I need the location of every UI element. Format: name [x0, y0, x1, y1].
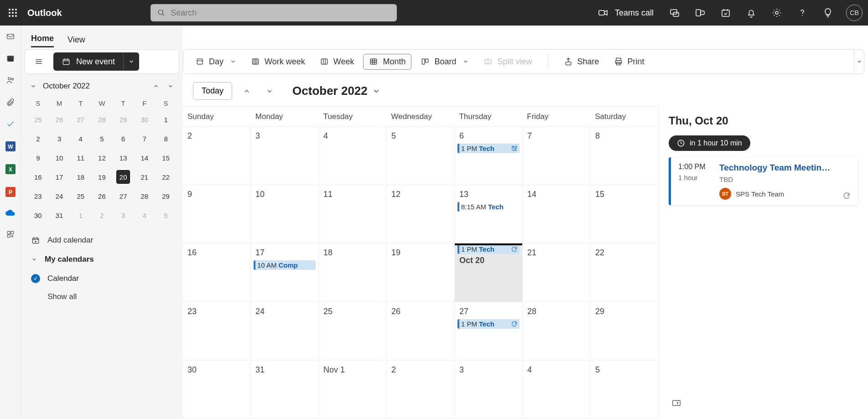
minical-day-cell[interactable]: 6 [113, 129, 134, 148]
minical-day-cell[interactable]: 20 [113, 167, 134, 186]
today-button[interactable]: Today [193, 82, 232, 100]
calendar-day-cell[interactable]: 30 [183, 361, 251, 419]
minical-day-cell[interactable]: 5 [155, 206, 177, 225]
calendar-day-cell[interactable]: 11 [319, 185, 387, 243]
minical-day-cell[interactable]: 30 [27, 206, 49, 225]
calendar-day-cell[interactable]: 4 [319, 127, 387, 185]
calendar-day-cell[interactable]: 28 [523, 302, 591, 360]
minical-day-cell[interactable]: 4 [134, 206, 156, 225]
minical-day-cell[interactable]: 3 [49, 129, 70, 148]
rail-files-icon[interactable] [6, 98, 15, 107]
minical-day-cell[interactable]: 1 [70, 206, 91, 225]
minical-day-cell[interactable]: 19 [91, 167, 113, 186]
rail-powerpoint-icon[interactable]: P [5, 187, 16, 197]
agenda-event-card[interactable]: 1:00 PM 1 hour Technology Team Meetin… T… [669, 157, 858, 205]
toolbar-overflow[interactable] [854, 50, 864, 73]
teams-icon[interactable] [687, 0, 713, 26]
rail-calendar-icon[interactable] [6, 54, 15, 63]
minical-day-cell[interactable]: 16 [27, 167, 49, 186]
minical-day-cell[interactable]: 11 [70, 148, 91, 167]
prev-month[interactable] [239, 85, 255, 98]
app-launcher[interactable] [0, 0, 26, 26]
settings-icon[interactable] [764, 0, 790, 26]
minical-day-cell[interactable]: 5 [91, 129, 113, 148]
minical-day-cell[interactable]: 23 [27, 186, 49, 206]
minical-day-cell[interactable]: 28 [91, 110, 113, 129]
calendar-list-item[interactable]: ✓ Calendar [21, 269, 183, 288]
rail-more-apps-icon[interactable] [6, 230, 15, 239]
minical-collapse[interactable] [27, 80, 39, 92]
search-box[interactable] [151, 4, 397, 21]
view-day-button[interactable]: Day [190, 54, 242, 69]
minical-day-cell[interactable]: 30 [134, 110, 156, 129]
minical-day-cell[interactable]: 31 [49, 206, 70, 225]
minical-day-cell[interactable]: 27 [70, 110, 91, 129]
event-chip[interactable]: 1 PM Tech [457, 244, 520, 254]
calendar-day-cell[interactable]: 9 [183, 185, 251, 243]
show-all-calendars[interactable]: Show all [21, 288, 183, 306]
calendar-day-cell[interactable]: 7 [523, 127, 591, 185]
calendar-day-cell[interactable]: 15 [591, 185, 658, 243]
rail-todo-icon[interactable] [6, 119, 15, 129]
calendar-day-cell[interactable]: 8 [591, 127, 658, 185]
minical-day-cell[interactable]: 9 [27, 148, 49, 167]
minical-day-cell[interactable]: 8 [155, 129, 177, 148]
calendar-day-cell[interactable]: 29 [591, 302, 658, 360]
calendar-day-cell[interactable]: 14 [523, 185, 591, 243]
split-view-button[interactable]: Split view [478, 54, 537, 69]
calendar-day-cell[interactable]: 16 [183, 243, 251, 301]
month-title-dropdown[interactable]: October 2022 [292, 84, 380, 98]
hide-agenda-button[interactable] [669, 395, 684, 411]
minical-day-cell[interactable]: 12 [91, 148, 113, 167]
calendar-day-cell[interactable]: Nov 1 [319, 361, 387, 419]
minical-day-cell[interactable]: 25 [70, 186, 91, 206]
minical-day-cell[interactable]: 3 [113, 206, 134, 225]
minical-day-cell[interactable]: 15 [155, 148, 177, 167]
teams-call-button[interactable]: Teams call [598, 7, 662, 18]
minical-title[interactable]: October 2022 [43, 82, 150, 91]
tab-home[interactable]: Home [31, 34, 54, 47]
minical-prev[interactable] [150, 80, 162, 92]
minical-day-cell[interactable]: 29 [113, 110, 134, 129]
calendar-day-cell[interactable]: 5 [591, 361, 658, 419]
account-avatar[interactable]: CB [846, 5, 863, 21]
planner-icon[interactable] [713, 0, 738, 26]
minical-day-cell[interactable]: 2 [91, 206, 113, 225]
minical-day-cell[interactable]: 10 [49, 148, 70, 167]
minical-day-cell[interactable]: 28 [134, 186, 156, 206]
calendar-day-cell[interactable]: 2 [387, 361, 455, 419]
minical-day-cell[interactable]: 2 [27, 129, 49, 148]
view-board-button[interactable]: Board [415, 54, 474, 69]
hamburger-icon[interactable] [30, 54, 48, 69]
calendar-day-cell[interactable]: 1 PM TechOct 20 [455, 243, 523, 301]
share-button[interactable]: Share [558, 54, 605, 69]
calendar-day-cell[interactable]: 3 [455, 361, 523, 419]
calendar-day-cell[interactable]: 19 [387, 243, 455, 301]
minical-day-cell[interactable]: 24 [49, 186, 70, 206]
minical-day-cell[interactable]: 17 [49, 167, 70, 186]
calendar-day-cell[interactable]: 23 [183, 302, 251, 360]
event-chip[interactable]: 10 AM Comp [254, 260, 316, 270]
minical-day-cell[interactable]: 25 [27, 110, 49, 129]
calendar-day-cell[interactable]: 61 PM Tech [455, 127, 523, 185]
view-week-button[interactable]: Week [314, 54, 360, 69]
minical-day-cell[interactable]: 1 [155, 110, 177, 129]
rail-excel-icon[interactable]: X [5, 164, 16, 174]
rail-onedrive-icon[interactable] [5, 210, 16, 217]
rail-mail-icon[interactable] [6, 32, 15, 41]
minical-day-cell[interactable]: 26 [49, 110, 70, 129]
my-calendars-header[interactable]: My calendars [21, 249, 183, 269]
search-input[interactable] [171, 8, 390, 18]
minical-day-cell[interactable]: 26 [91, 186, 113, 206]
chat-icon[interactable] [662, 0, 687, 26]
tips-icon[interactable] [815, 0, 841, 26]
minical-day-cell[interactable]: 18 [70, 167, 91, 186]
new-event-button[interactable]: New event [53, 52, 123, 71]
view-month-button[interactable]: Month [363, 54, 411, 70]
calendar-day-cell[interactable]: 24 [251, 302, 319, 360]
calendar-day-cell[interactable]: 10 [251, 185, 319, 243]
minical-day-cell[interactable]: 27 [113, 186, 134, 206]
add-calendar-button[interactable]: Add calendar [21, 231, 183, 249]
help-icon[interactable] [790, 0, 815, 26]
new-event-dropdown[interactable] [123, 52, 139, 71]
